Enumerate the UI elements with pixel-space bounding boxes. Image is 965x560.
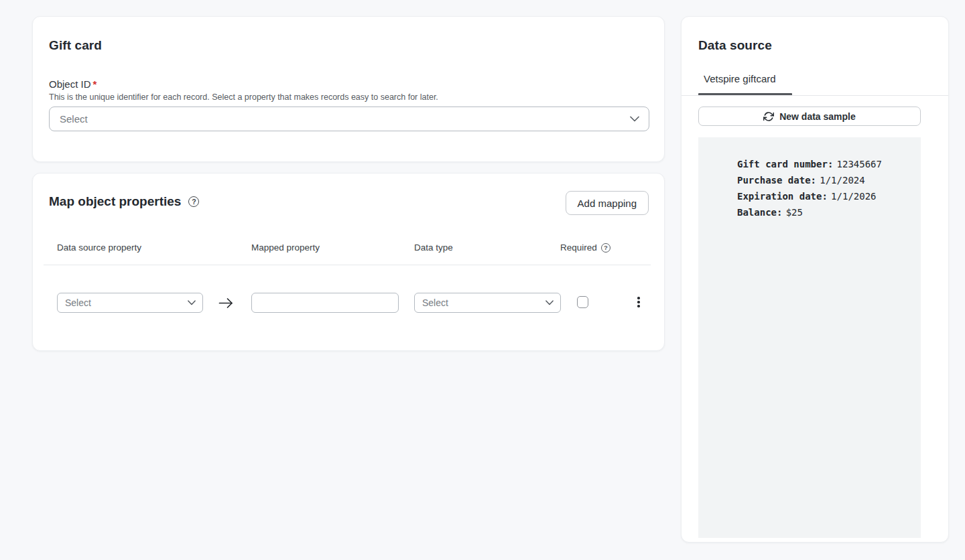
object-id-label-text: Object ID bbox=[49, 78, 91, 90]
column-header-data-type: Data type bbox=[414, 242, 453, 253]
data-source-property-select[interactable]: Select bbox=[57, 293, 203, 313]
column-header-required: Required ? bbox=[560, 242, 610, 253]
data-type-select[interactable]: Select bbox=[414, 293, 561, 313]
chevron-down-icon bbox=[545, 300, 554, 305]
sample-field-value: 1/1/2024 bbox=[820, 175, 864, 186]
gift-card-title: Gift card bbox=[49, 38, 102, 53]
sample-field: Purchase date:1/1/2024 bbox=[737, 172, 882, 188]
sample-field-key: Expiration date: bbox=[737, 191, 828, 202]
help-icon[interactable]: ? bbox=[188, 196, 199, 207]
new-data-sample-label: New data sample bbox=[779, 111, 856, 122]
new-data-sample-button[interactable]: New data sample bbox=[698, 107, 921, 126]
sample-field-value: $25 bbox=[786, 207, 803, 218]
page: { "icons": { "help": "?" }, "gift_card_p… bbox=[0, 0, 965, 560]
required-asterisk: * bbox=[93, 78, 97, 90]
add-mapping-button[interactable]: Add mapping bbox=[566, 191, 649, 215]
object-id-label: Object ID* bbox=[49, 78, 96, 90]
sample-field: Gift card number:12345667 bbox=[737, 156, 882, 172]
data-sample-preview: Gift card number:12345667 Purchase date:… bbox=[698, 137, 921, 538]
sample-field-value: 12345667 bbox=[837, 159, 882, 169]
help-icon[interactable]: ? bbox=[601, 243, 610, 253]
kebab-menu-icon[interactable] bbox=[634, 293, 643, 311]
sample-field: Expiration date:1/1/2026 bbox=[737, 188, 882, 204]
object-id-help-text: This is the unique identifier for each r… bbox=[49, 92, 438, 102]
type-select-placeholder: Select bbox=[422, 297, 448, 308]
arrow-right-icon bbox=[216, 294, 235, 311]
map-object-properties-panel: Map object properties ? Add mapping Data… bbox=[32, 173, 665, 351]
chevron-down-icon bbox=[188, 300, 196, 305]
source-select-placeholder: Select bbox=[65, 297, 91, 308]
object-id-select[interactable]: Select bbox=[49, 107, 649, 131]
map-panel-title: Map object properties bbox=[49, 194, 181, 209]
sample-field: Balance:$25 bbox=[737, 204, 882, 220]
sample-field-key: Purchase date: bbox=[737, 175, 816, 186]
table-header-divider bbox=[44, 265, 651, 265]
mapped-property-input[interactable] bbox=[251, 293, 399, 313]
data-source-title: Data source bbox=[698, 38, 772, 53]
gift-card-panel: Gift card Object ID* This is the unique … bbox=[32, 16, 665, 162]
map-panel-title-row: Map object properties ? bbox=[49, 194, 199, 209]
column-header-mapped-property: Mapped property bbox=[251, 242, 320, 253]
required-header-text: Required bbox=[560, 242, 597, 253]
sample-field-value: 1/1/2026 bbox=[831, 191, 876, 202]
object-id-select-placeholder: Select bbox=[60, 113, 88, 125]
column-header-data-source-property: Data source property bbox=[57, 242, 141, 253]
sample-field-key: Gift card number: bbox=[737, 159, 833, 169]
chevron-down-icon bbox=[630, 116, 639, 122]
sample-code-block: Gift card number:12345667 Purchase date:… bbox=[737, 156, 882, 220]
tab-vetspire-giftcard[interactable]: Vetspire giftcard bbox=[704, 73, 776, 84]
tabbar-border bbox=[682, 95, 948, 96]
required-checkbox[interactable] bbox=[577, 296, 588, 308]
refresh-icon bbox=[763, 111, 774, 122]
sample-field-key: Balance: bbox=[737, 207, 782, 218]
data-source-panel: Data source Vetspire giftcard New data s… bbox=[681, 16, 949, 543]
